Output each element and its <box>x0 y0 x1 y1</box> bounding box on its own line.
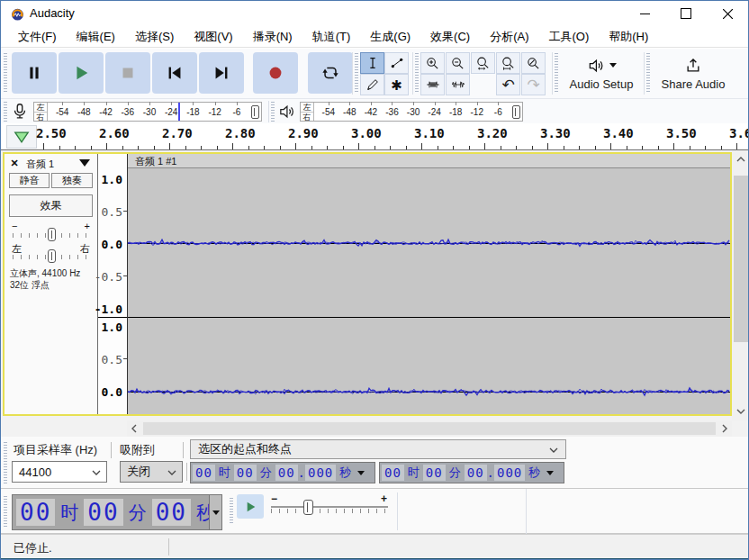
menu-generate[interactable]: 生成(G) <box>360 26 420 48</box>
timeline-ruler[interactable]: 2.50 2.60 2.70 2.80 2.90 3.00 3.10 3.20 … <box>1 123 748 150</box>
vertical-scrollbar[interactable] <box>732 150 749 420</box>
maximize-button[interactable] <box>665 1 707 26</box>
fit-project-button[interactable] <box>496 52 520 74</box>
horizontal-scrollbar-thumb[interactable] <box>143 422 716 435</box>
skip-to-end-button[interactable] <box>199 52 244 94</box>
time-format-chevron-icon[interactable] <box>357 471 365 475</box>
vertical-scrollbar-thumb[interactable] <box>734 176 748 342</box>
end-hours[interactable]: 00 <box>382 465 404 481</box>
selection-toolbar-grip[interactable] <box>4 442 7 483</box>
waveform-area[interactable]: 音频 1 #1 <box>128 154 730 414</box>
zoom-toggle-button[interactable] <box>521 52 546 74</box>
record-button[interactable] <box>253 52 298 94</box>
skip-to-end-icon <box>212 63 231 83</box>
scroll-up-arrow[interactable] <box>734 152 748 167</box>
trim-audio-button[interactable] <box>420 74 445 95</box>
menu-tracks[interactable]: 轨道(T) <box>302 26 361 48</box>
track-close-button[interactable]: ✕ <box>8 157 21 169</box>
track-menu-chevron-icon[interactable] <box>79 159 90 167</box>
end-minutes[interactable]: 00 <box>423 465 446 481</box>
envelope-tool-button[interactable] <box>384 52 409 74</box>
mute-button[interactable]: 静音 <box>9 173 50 188</box>
solo-button[interactable]: 独奏 <box>51 173 93 188</box>
redo-button[interactable]: ↷ <box>521 74 546 95</box>
menu-edit[interactable]: 编辑(E) <box>67 26 125 48</box>
time-toolbar-grip[interactable] <box>4 496 7 528</box>
zoom-in-button[interactable] <box>420 52 445 74</box>
project-rate-value: 44100 <box>19 465 51 479</box>
scroll-right-arrow[interactable] <box>717 421 732 436</box>
menu-help[interactable]: 帮助(H) <box>599 26 658 48</box>
play-at-speed-grip[interactable] <box>230 498 233 525</box>
skip-to-start-button[interactable] <box>152 52 197 94</box>
share-audio-button[interactable]: Share Audio <box>653 52 734 95</box>
selection-tool-button[interactable] <box>360 52 384 74</box>
selection-start-time-field[interactable]: 00 时 00 分 00 . 000 秒 <box>190 462 375 483</box>
transport-toolbar-grip[interactable] <box>4 53 7 94</box>
time-format-chevron-icon[interactable] <box>546 471 554 475</box>
project-rate-label: 项目采样率 (Hz) <box>14 442 97 458</box>
start-seconds[interactable]: 00 <box>275 465 298 481</box>
start-minutes[interactable]: 00 <box>234 465 257 481</box>
vertical-scale-ruler[interactable]: 1.0 0.5 0.0 -0.5 -1.0 1.0 0.5 0.0 <box>98 154 128 414</box>
menu-file[interactable]: 文件(F) <box>8 26 67 48</box>
pause-button[interactable] <box>12 52 57 94</box>
fit-selection-button[interactable] <box>471 52 495 74</box>
position-hours[interactable]: 00 <box>16 499 55 526</box>
horizontal-scrollbar[interactable] <box>127 420 732 437</box>
recording-meter-handle[interactable] <box>251 105 259 119</box>
scroll-down-arrow[interactable] <box>734 404 748 419</box>
project-rate-combo[interactable]: 44100 <box>12 461 107 483</box>
menu-view[interactable]: 视图(V) <box>184 26 242 48</box>
menu-tools[interactable]: 工具(O) <box>538 26 599 48</box>
record-meter-mic-button[interactable] <box>10 102 30 125</box>
recording-meter[interactable]: 左 右 -54 -48 -42 -36 -30 -24 -18 -12 -6 <box>33 102 262 122</box>
end-millis[interactable]: 000 <box>494 465 525 481</box>
edit-toolbar-grip[interactable] <box>415 53 419 94</box>
track-format-line1: 立体声, 44100 Hz <box>10 267 80 280</box>
end-seconds[interactable]: 00 <box>465 465 487 481</box>
playback-meter-grip[interactable] <box>271 102 275 122</box>
snap-combo[interactable]: 关闭 <box>120 461 183 483</box>
close-button[interactable] <box>707 1 748 26</box>
draw-tool-button[interactable] <box>360 74 384 95</box>
playback-meter-speaker-button[interactable] <box>277 103 296 124</box>
share-toolbar-grip[interactable] <box>646 53 650 94</box>
menu-analyze[interactable]: 分析(A) <box>480 26 538 48</box>
tools-toolbar-grip[interactable] <box>355 53 358 94</box>
stop-button[interactable] <box>105 52 150 94</box>
pinned-play-head-button[interactable] <box>6 125 37 149</box>
selection-range-dropdown[interactable]: 选区的起点和终点 <box>190 439 566 459</box>
position-seconds[interactable]: 00 <box>152 499 191 526</box>
start-millis[interactable]: 000 <box>305 465 336 481</box>
selection-end-time-field[interactable]: 00 时 00 分 00 . 000 秒 <box>379 462 564 483</box>
play-button[interactable] <box>59 52 104 94</box>
zoom-out-button[interactable] <box>446 52 470 74</box>
start-hours[interactable]: 00 <box>193 465 215 481</box>
menu-select[interactable]: 选择(S) <box>125 26 184 48</box>
play-at-speed-button[interactable] <box>237 494 264 519</box>
pan-slider-handle[interactable] <box>48 249 56 263</box>
record-meter-grip[interactable] <box>4 102 7 122</box>
multi-tool-button[interactable]: ✱ <box>384 74 409 95</box>
minimize-button[interactable] <box>624 1 665 26</box>
clip-header[interactable]: 音频 1 #1 <box>128 154 730 168</box>
position-minutes[interactable]: 00 <box>84 499 122 526</box>
speed-slider-track[interactable] <box>271 506 388 508</box>
time-format-dropdown[interactable] <box>209 495 221 529</box>
undo-button[interactable]: ↶ <box>496 74 520 95</box>
silence-audio-button[interactable] <box>446 74 470 95</box>
playback-meter[interactable]: 左 右 -54 -48 -42 -36 -30 -24 -18 -12 -6 <box>300 102 523 122</box>
playback-meter-handle[interactable] <box>512 105 520 119</box>
speed-slider-handle[interactable] <box>303 500 313 515</box>
gain-slider-handle[interactable] <box>48 228 56 241</box>
track-name[interactable]: 音频 1 <box>26 158 54 171</box>
audio-setup-button[interactable]: Audio Setup <box>561 52 642 95</box>
audio-setup-toolbar-grip[interactable] <box>555 53 558 94</box>
effects-button[interactable]: 效果 <box>9 194 93 217</box>
menu-effect[interactable]: 效果(C) <box>420 26 480 48</box>
audio-position-display[interactable]: 00 时 00 分 00 秒 <box>12 494 222 530</box>
menu-transport[interactable]: 播录(N) <box>243 26 302 48</box>
loop-button[interactable] <box>308 52 353 94</box>
scroll-left-arrow[interactable] <box>127 421 141 436</box>
